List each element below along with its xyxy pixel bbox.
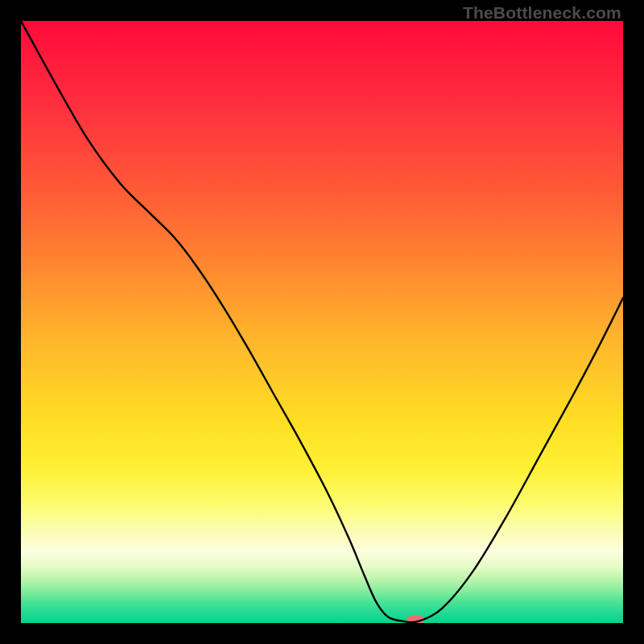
plot-area bbox=[21, 21, 623, 623]
chart-frame: TheBottleneck.com bbox=[0, 0, 644, 644]
chart-background bbox=[21, 21, 623, 623]
watermark-text: TheBottleneck.com bbox=[463, 3, 621, 23]
bottleneck-chart bbox=[21, 21, 623, 623]
